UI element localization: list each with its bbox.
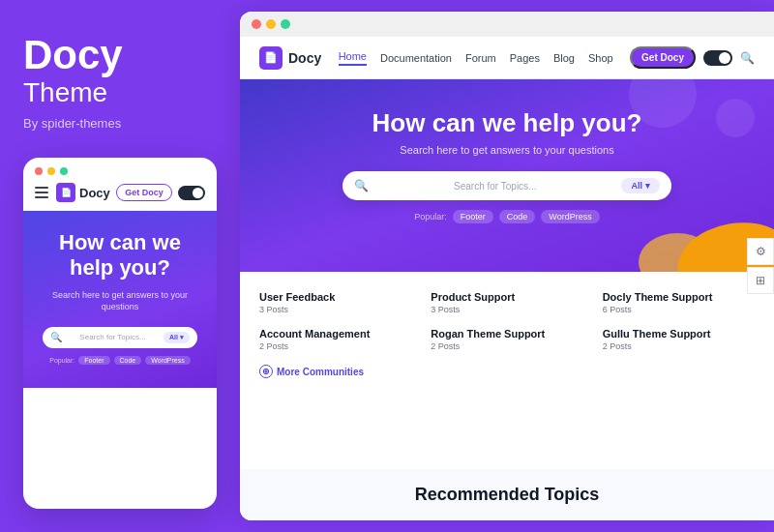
desktop-dark-toggle[interactable] [703, 50, 732, 66]
right-sidebar-tools: ⚙ ⊞ [747, 238, 774, 294]
dot-red [35, 167, 43, 175]
dot-green [60, 167, 68, 175]
desktop-toggle-dot [719, 52, 730, 64]
nav-link-home[interactable]: Home [339, 50, 367, 66]
more-communities-icon: ⊕ [259, 365, 273, 378]
mobile-hero-section: How can we help you? Search here to get … [23, 211, 217, 388]
communities-section: User Feedback 3 Posts Product Support 3 … [240, 272, 774, 469]
mobile-get-docy-button[interactable]: Get Docy [116, 184, 172, 201]
mobile-nav-bar: 📄 Docy Get Docy [23, 175, 217, 211]
community-item-2[interactable]: Docly Theme Support 6 Posts [603, 291, 755, 314]
desktop-nav-right: Get Docy 🔍 [630, 46, 755, 69]
recommended-section: Recommended Topics [240, 469, 774, 520]
hero-blob-2 [716, 99, 755, 137]
nav-link-forum[interactable]: Forum [465, 52, 496, 64]
desktop-tag-footer[interactable]: Footer [453, 210, 493, 223]
mobile-hero-subtext: Search here to get answers to your quest… [39, 289, 201, 313]
app-title: Docy Theme By spider-themes [23, 35, 217, 131]
desktop-popular-label: Popular: [414, 212, 447, 222]
community-item-0[interactable]: User Feedback 3 Posts [259, 291, 411, 314]
desktop-dot-green [281, 19, 290, 29]
desktop-tag-code[interactable]: Code [499, 210, 536, 223]
desktop-window-dots [240, 12, 774, 37]
popular-label: Popular: [49, 357, 74, 364]
desktop-dot-yellow [266, 19, 276, 29]
popular-tag-wordpress[interactable]: WordPress [145, 356, 191, 365]
desktop-all-button[interactable]: All ▾ [621, 178, 660, 193]
desktop-search-icon[interactable]: 🔍 [740, 51, 755, 65]
community-item-4[interactable]: Rogan Theme Support 2 Posts [431, 328, 582, 351]
desktop-search-bar[interactable]: 🔍 Search for Topics... All ▾ [342, 171, 671, 200]
recommended-title: Recommended Topics [259, 485, 755, 505]
desktop-search-input[interactable]: Search for Topics... [374, 181, 615, 192]
mobile-logo-icon: 📄 [56, 183, 75, 202]
mobile-window-dots [23, 158, 217, 175]
gear-settings-icon[interactable]: ⚙ [747, 238, 774, 265]
desktop-browser: 📄 Docy Home Documentation Forum Pages Bl… [240, 37, 774, 520]
right-panel: 📄 Docy Home Documentation Forum Pages Bl… [240, 12, 774, 520]
desktop-dot-red [252, 19, 261, 29]
mobile-nav-left: 📄 Docy [35, 183, 110, 202]
desktop-nav-bar: 📄 Docy Home Documentation Forum Pages Bl… [240, 37, 774, 79]
desktop-get-docy-button[interactable]: Get Docy [630, 46, 696, 69]
desktop-logo-icon: 📄 [259, 46, 283, 70]
mobile-all-button[interactable]: All ▾ [164, 332, 190, 343]
chevron-down-icon: ▾ [645, 181, 650, 191]
mobile-toggle-dot [193, 188, 203, 198]
mobile-search-bar[interactable]: 🔍 Search for Topics... All ▾ [43, 327, 197, 348]
community-item-1[interactable]: Product Support 3 Posts [431, 291, 582, 314]
dot-yellow [47, 167, 55, 175]
mobile-dark-mode-toggle[interactable] [178, 186, 205, 200]
mobile-hero-heading: How can we help you? [39, 230, 201, 281]
nav-link-blog[interactable]: Blog [553, 52, 575, 64]
resize-icon[interactable]: ⊞ [747, 267, 774, 294]
desktop-tag-wordpress[interactable]: WordPress [541, 210, 599, 223]
mobile-search-input[interactable]: Search for Topics... [66, 333, 160, 341]
nav-link-pages[interactable]: Pages [510, 52, 540, 64]
desktop-nav-links: Home Documentation Forum Pages Blog Shop [339, 50, 613, 66]
nav-link-documentation[interactable]: Documentation [380, 52, 452, 64]
desktop-hero-section: How can we help you? Search here to get … [240, 79, 774, 272]
community-item-5[interactable]: Gullu Theme Support 2 Posts [603, 328, 755, 351]
communities-grid: User Feedback 3 Posts Product Support 3 … [259, 291, 755, 351]
more-communities-link[interactable]: ⊕ More Communities [259, 365, 755, 378]
mobile-logo: 📄 Docy [56, 183, 110, 202]
desktop-searchbar-icon: 🔍 [354, 179, 369, 192]
popular-tag-footer[interactable]: Footer [78, 356, 109, 365]
mobile-popular-tags: Popular: Footer Code WordPress [39, 356, 201, 365]
community-item-3[interactable]: Account Management 2 Posts [259, 328, 411, 351]
desktop-hero-subtext: Search here to get answers to your quest… [259, 144, 755, 156]
desktop-logo: 📄 Docy [259, 46, 321, 70]
chevron-down-icon: ▾ [180, 334, 184, 341]
hamburger-menu[interactable] [35, 187, 48, 198]
left-panel: Docy Theme By spider-themes 📄 Docy Get D… [0, 0, 240, 532]
mobile-search-icon: 🔍 [50, 332, 62, 342]
mobile-preview-card: 📄 Docy Get Docy How can we help you? Sea… [23, 158, 217, 509]
nav-link-shop[interactable]: Shop [588, 52, 613, 64]
popular-tag-code[interactable]: Code [114, 356, 142, 365]
desktop-popular-tags: Popular: Footer Code WordPress [259, 210, 755, 223]
